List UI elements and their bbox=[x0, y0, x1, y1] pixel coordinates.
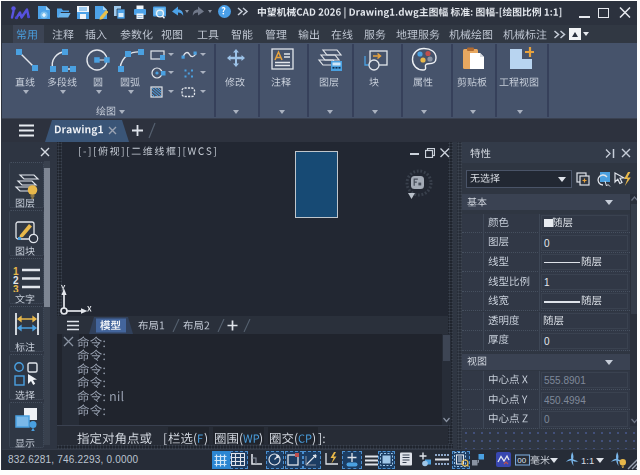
svg-text:00: 00 bbox=[517, 456, 526, 465]
svg-text:3: 3 bbox=[13, 284, 19, 293]
